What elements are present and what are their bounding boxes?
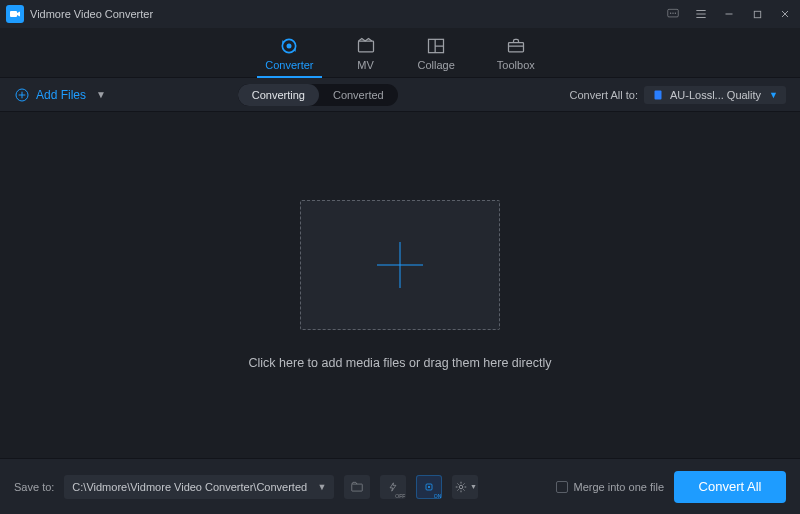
- titlebar-left: Vidmore Video Converter: [6, 5, 153, 23]
- output-format-label: AU-Lossl... Quality: [670, 89, 761, 101]
- svg-rect-12: [654, 90, 661, 99]
- bottom-bar: Save to: C:\Vidmore\Vidmore Video Conver…: [0, 458, 800, 514]
- tab-collage[interactable]: Collage: [418, 37, 455, 77]
- converter-icon: [279, 37, 299, 55]
- hardware-accel-button[interactable]: OFF: [380, 475, 406, 499]
- hw-status: OFF: [395, 493, 405, 499]
- add-files-label: Add Files: [36, 88, 86, 102]
- menu-icon[interactable]: [694, 7, 708, 21]
- title-bar: Vidmore Video Converter: [0, 0, 800, 28]
- app-icon: [6, 5, 24, 23]
- minimize-icon[interactable]: [722, 7, 736, 21]
- svg-rect-10: [508, 43, 523, 52]
- convert-all-button[interactable]: Convert All: [674, 471, 786, 503]
- tab-toolbox[interactable]: Toolbox: [497, 37, 535, 77]
- drop-zone[interactable]: Click here to add media files or drag th…: [0, 112, 800, 458]
- app-title: Vidmore Video Converter: [30, 8, 153, 20]
- convert-all-to-label: Convert All to:: [570, 89, 638, 101]
- audio-file-icon: [652, 89, 664, 101]
- svg-point-15: [428, 486, 430, 488]
- feedback-icon[interactable]: [666, 7, 680, 21]
- svg-point-16: [459, 485, 463, 489]
- svg-rect-8: [358, 41, 373, 52]
- tab-converter[interactable]: Converter: [265, 37, 313, 77]
- gpu-accel-button[interactable]: ON: [416, 475, 442, 499]
- convert-all-to: Convert All to: AU-Lossl... Quality ▼: [570, 86, 787, 104]
- add-files-button[interactable]: Add Files ▼: [14, 87, 106, 103]
- gpu-status: ON: [434, 493, 442, 499]
- svg-point-7: [287, 44, 292, 49]
- chevron-down-icon: ▼: [317, 482, 326, 492]
- tab-label: MV: [357, 59, 374, 71]
- tab-mv[interactable]: MV: [356, 37, 376, 77]
- merge-label: Merge into one file: [574, 481, 665, 493]
- settings-button[interactable]: ▼: [452, 475, 478, 499]
- open-folder-button[interactable]: [344, 475, 370, 499]
- segment-converted[interactable]: Converted: [319, 84, 398, 106]
- tab-label: Collage: [418, 59, 455, 71]
- tab-label: Toolbox: [497, 59, 535, 71]
- main-tabs: Converter MV Collage Toolbox: [0, 28, 800, 78]
- chip-icon: [423, 481, 435, 493]
- merge-checkbox[interactable]: Merge into one file: [556, 481, 665, 493]
- plus-icon: [377, 242, 423, 288]
- tab-label: Converter: [265, 59, 313, 71]
- folder-icon: [350, 480, 364, 494]
- chevron-down-icon: ▼: [96, 89, 106, 100]
- svg-point-2: [670, 13, 671, 14]
- svg-point-3: [672, 13, 673, 14]
- drop-hint: Click here to add media files or drag th…: [249, 356, 552, 370]
- output-format-dropdown[interactable]: AU-Lossl... Quality ▼: [644, 86, 786, 104]
- save-path-text: C:\Vidmore\Vidmore Video Converter\Conve…: [72, 481, 307, 493]
- collage-icon: [426, 37, 446, 55]
- svg-rect-5: [754, 11, 760, 17]
- segment-converting[interactable]: Converting: [238, 84, 319, 106]
- action-bar: Add Files ▼ Converting Converted Convert…: [0, 78, 800, 112]
- drop-box[interactable]: [300, 200, 500, 330]
- close-icon[interactable]: [778, 7, 792, 21]
- toolbox-icon: [506, 37, 526, 55]
- gear-icon: [454, 480, 468, 494]
- plus-circle-icon: [14, 87, 30, 103]
- titlebar-right: [666, 7, 792, 21]
- maximize-icon[interactable]: [750, 7, 764, 21]
- mv-icon: [356, 37, 376, 55]
- checkbox-icon: [556, 481, 568, 493]
- lightning-icon: [388, 480, 398, 494]
- chevron-down-icon: ▼: [470, 483, 477, 490]
- save-path-dropdown[interactable]: C:\Vidmore\Vidmore Video Converter\Conve…: [64, 475, 334, 499]
- svg-rect-0: [10, 11, 17, 17]
- status-segment: Converting Converted: [238, 84, 398, 106]
- svg-rect-13: [352, 484, 363, 491]
- chevron-down-icon: ▼: [769, 90, 778, 100]
- svg-point-4: [675, 13, 676, 14]
- save-to-label: Save to:: [14, 481, 54, 493]
